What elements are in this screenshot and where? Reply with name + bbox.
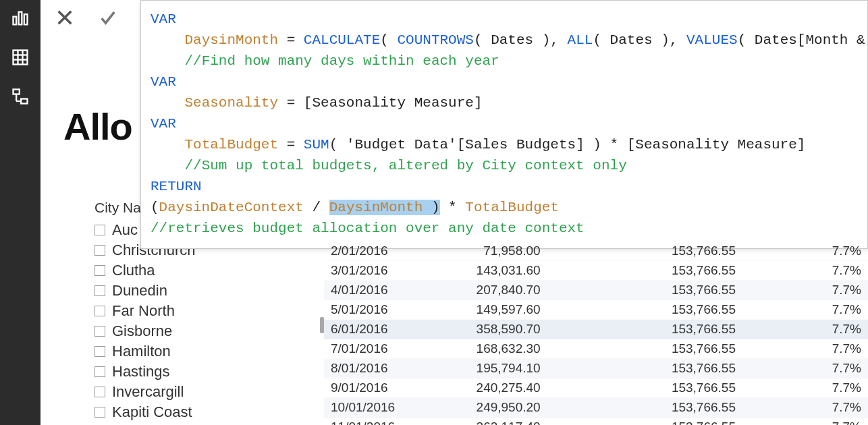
cell-gap (547, 281, 631, 300)
cell-value-1: 143,031.60 (422, 261, 547, 281)
filter-item-label: Clutha (112, 262, 155, 279)
checkbox-icon[interactable] (94, 225, 105, 235)
cell-value-2: 153,766.55 (631, 242, 742, 261)
main-canvas: Allo City Nar AucChristchurchCluthaDuned… (40, 0, 868, 425)
cell-value-1: 195,794.10 (422, 359, 547, 378)
svg-rect-2 (24, 14, 28, 24)
cell-gap (547, 242, 631, 261)
filter-item-label: Gisborne (112, 322, 172, 340)
cell-percent: 7.7% (812, 359, 868, 378)
table-row[interactable]: 8/01/2016195,794.10153,766.557.7% (324, 359, 868, 378)
cell-value-2: 153,766.55 (631, 418, 742, 426)
table-row[interactable]: 2/01/201671,958.00153,766.557.7% (324, 242, 868, 261)
table-row[interactable]: 3/01/2016143,031.60153,766.557.7% (324, 261, 868, 281)
cell-value-1: 168,632.30 (422, 339, 547, 359)
checkbox-icon[interactable] (94, 285, 105, 296)
filter-item-label: Kapiti Coast (112, 403, 192, 421)
table-row[interactable]: 11/01/2016262,117.40153,766.557.7% (324, 418, 868, 426)
data-table: 2/01/201671,958.00153,766.557.7%3/01/201… (324, 242, 868, 425)
checkbox-icon[interactable] (94, 387, 105, 397)
svg-rect-3 (13, 51, 28, 65)
cell-value-2: 153,766.55 (631, 320, 742, 339)
svg-rect-0 (13, 17, 17, 25)
cell-value-2: 153,766.55 (631, 261, 742, 281)
cell-value-1: 262,117.40 (422, 418, 547, 426)
cell-gap (742, 281, 812, 300)
filter-item-label: Invercargill (112, 383, 184, 401)
cell-value-2: 153,766.55 (631, 378, 742, 398)
filter-item[interactable]: Dunedin (94, 282, 195, 300)
cell-gap (547, 261, 631, 281)
filter-item-label: Hastings (112, 363, 170, 380)
cell-date: 3/01/2016 (324, 261, 422, 281)
cell-date: 4/01/2016 (324, 281, 422, 300)
cell-percent: 7.7% (812, 281, 868, 300)
checkbox-icon[interactable] (94, 407, 105, 418)
filter-item[interactable]: Invercargill (94, 383, 195, 401)
filter-item[interactable]: Far North (94, 302, 195, 320)
cell-gap (547, 300, 631, 320)
cell-percent: 7.7% (812, 300, 868, 320)
cell-value-2: 153,766.55 (631, 359, 742, 378)
cancel-button[interactable] (50, 3, 80, 32)
cell-value-2: 153,766.55 (631, 339, 742, 359)
table-row[interactable]: 6/01/2016358,590.70153,766.557.7% (324, 320, 868, 339)
table-row[interactable]: 5/01/2016149,597.60153,766.557.7% (324, 300, 868, 320)
table-row[interactable]: 10/01/2016249,950.20153,766.557.7% (324, 398, 868, 418)
cell-gap (742, 242, 812, 261)
filter-field-label: City Nar (94, 200, 146, 216)
filter-item[interactable]: Hamilton (94, 343, 195, 360)
cell-date: 8/01/2016 (324, 359, 422, 378)
cell-date: 7/01/2016 (324, 339, 422, 359)
cell-percent: 7.7% (812, 418, 868, 426)
cell-percent: 7.7% (812, 242, 868, 261)
cell-gap (547, 378, 631, 398)
filter-item-label: Hamilton (112, 343, 171, 360)
checkbox-icon[interactable] (94, 306, 105, 316)
city-filter-list: AucChristchurchCluthaDunedinFar NorthGis… (94, 221, 195, 421)
cell-date: 10/01/2016 (324, 398, 422, 418)
cell-value-2: 153,766.55 (631, 300, 742, 320)
cell-value-1: 207,840.70 (422, 281, 547, 300)
cell-gap (742, 418, 812, 426)
cell-date: 9/01/2016 (324, 378, 422, 398)
table-row[interactable]: 9/01/2016240,275.40153,766.557.7% (324, 378, 868, 398)
cell-gap (742, 398, 812, 418)
cell-gap (547, 320, 631, 339)
cell-percent: 7.7% (812, 378, 868, 398)
cell-gap (742, 320, 812, 339)
cell-value-1: 249,950.20 (422, 398, 547, 418)
checkbox-icon[interactable] (94, 265, 105, 276)
left-nav-rail (0, 0, 40, 425)
accept-button[interactable] (93, 3, 123, 32)
cell-value-1: 71,958.00 (422, 242, 547, 261)
cell-value-1: 358,590.70 (422, 320, 547, 339)
cell-gap (742, 378, 812, 398)
cell-value-1: 149,597.60 (422, 300, 547, 320)
cell-date: 5/01/2016 (324, 300, 422, 320)
table-row[interactable]: 7/01/2016168,632.30153,766.557.7% (324, 339, 868, 359)
checkbox-icon[interactable] (94, 346, 105, 357)
checkbox-icon[interactable] (94, 366, 105, 377)
cell-gap (547, 418, 631, 426)
filter-item[interactable]: Kapiti Coast (94, 403, 195, 421)
table-row[interactable]: 4/01/2016207,840.70153,766.557.7% (324, 281, 868, 300)
filter-item[interactable]: Clutha (94, 262, 195, 279)
cell-value-2: 153,766.55 (631, 398, 742, 418)
cell-gap (547, 359, 631, 378)
checkbox-icon[interactable] (94, 326, 105, 337)
cell-gap (742, 339, 812, 359)
checkbox-icon[interactable] (94, 245, 105, 256)
page-title: Allo (63, 105, 132, 148)
report-view-icon[interactable] (10, 8, 30, 28)
filter-item-label: Dunedin (112, 282, 167, 300)
filter-item-label: Auc (112, 221, 138, 239)
dax-formula-editor[interactable]: VAR DaysinMonth = CALCULATE( COUNTROWS( … (140, 0, 868, 249)
svg-rect-9 (21, 99, 27, 104)
filter-item[interactable]: Gisborne (94, 322, 195, 340)
cell-gap (742, 300, 812, 320)
data-view-icon[interactable] (10, 47, 30, 67)
filter-item[interactable]: Hastings (94, 363, 195, 380)
svg-rect-1 (19, 12, 22, 25)
model-view-icon[interactable] (10, 86, 30, 107)
